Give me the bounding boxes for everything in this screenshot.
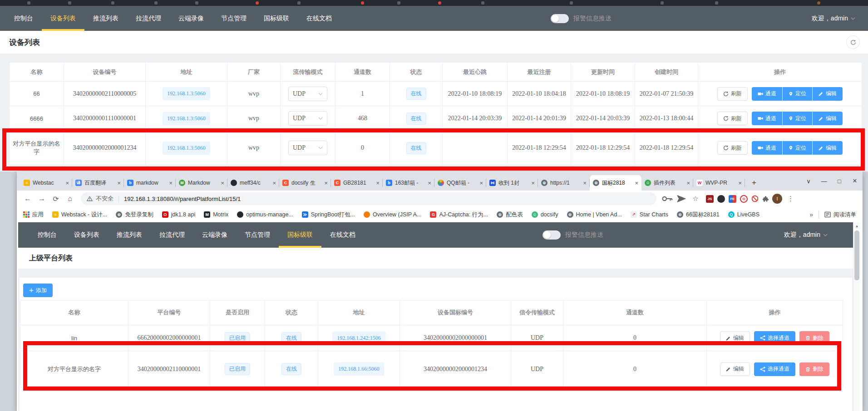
tab-close-icon[interactable]: × <box>65 180 69 186</box>
edit-device-button[interactable]: 编辑 <box>813 141 843 155</box>
bookmark-item[interactable]: ⊕66国标28181 <box>677 211 720 219</box>
channels-button[interactable]: 通道 <box>752 141 782 155</box>
locate-button[interactable]: 定位 <box>783 87 812 101</box>
browser-tab[interactable]: 译百度翻译× <box>72 175 124 191</box>
browser-tab[interactable]: bmarkdow× <box>124 175 176 191</box>
minimize-button[interactable]: — <box>816 171 832 191</box>
browser-tab[interactable]: Cdocsify 生× <box>279 175 331 191</box>
js-extension-icon[interactable]: JS <box>706 195 714 203</box>
welcome-user-menu[interactable]: 欢迎，admin <box>784 231 828 239</box>
nav-item-节点管理[interactable]: 节点管理 <box>212 6 255 31</box>
device-address-pill[interactable]: 192.168.1.3:5060 <box>163 87 210 100</box>
locate-button[interactable]: 定位 <box>783 141 812 155</box>
nav-item-设备列表[interactable]: 设备列表 <box>42 6 84 31</box>
nav-item-节点管理[interactable]: 节点管理 <box>236 222 279 248</box>
tab-close-icon[interactable]: × <box>376 180 380 186</box>
bookmark-item[interactable]: GAJ-Captcha: 行为... <box>430 211 488 219</box>
stream-mode-select[interactable]: UDP <box>288 111 327 126</box>
tab-close-icon[interactable]: × <box>738 180 742 186</box>
tab-close-icon[interactable]: × <box>221 180 224 186</box>
maximize-button[interactable]: □ <box>832 171 847 191</box>
address-bar[interactable]: 不安全 192.168.1.3:18080/#/parentPlatformLi… <box>81 192 656 205</box>
nav-item-控制台[interactable]: 控制台 <box>5 6 42 31</box>
device-address-pill[interactable]: 192.168.1.3:5060 <box>163 112 210 125</box>
edit-platform-button[interactable]: 编辑 <box>720 362 750 376</box>
tab-close-icon[interactable]: × <box>117 180 121 186</box>
alarm-push-toggle[interactable] <box>542 230 561 240</box>
key-icon[interactable] <box>662 193 673 204</box>
nav-item-国标级联[interactable]: 国标级联 <box>279 222 321 248</box>
bookmark-star-icon[interactable]: ☆ <box>690 193 701 204</box>
tab-close-icon[interactable]: × <box>583 180 587 186</box>
bookmark-item[interactable]: optimus-manage... <box>237 211 293 218</box>
bookmark-item[interactable]: ⊕配色表 <box>497 211 523 219</box>
bookmark-item[interactable]: ⊕Home | Vben Ad... <box>567 211 622 218</box>
browser-tab[interactable]: QQ邮箱 -× <box>434 175 486 191</box>
nav-item-在线文档[interactable]: 在线文档 <box>298 6 340 31</box>
bookmark-item[interactable]: 应用 <box>23 211 44 219</box>
onetab-extension-icon[interactable]: O <box>740 195 748 203</box>
edit-device-button[interactable]: 编辑 <box>813 112 843 125</box>
add-platform-button[interactable]: 添加 <box>23 284 53 297</box>
alarm-push-toggle[interactable] <box>551 14 569 23</box>
tab-close-icon[interactable]: × <box>686 180 690 186</box>
bookmark-item[interactable]: ≡Webstack - 设计... <box>52 211 107 219</box>
bookmark-item[interactable]: ☺docsify <box>532 211 558 218</box>
tab-search-button[interactable]: ∨ <box>801 171 816 191</box>
delete-platform-button[interactable]: 删除 <box>799 362 829 376</box>
delete-platform-button[interactable]: 删除 <box>799 331 829 345</box>
bookmark-item[interactable]: Overview (JSIP A... <box>364 211 421 218</box>
home-button[interactable]: ⌂ <box>64 193 75 204</box>
edit-platform-button[interactable]: 编辑 <box>720 331 750 345</box>
tab-close-icon[interactable]: × <box>531 180 535 186</box>
browser-tab[interactable]: ☺插件列表× <box>641 175 693 191</box>
refresh-device-button[interactable]: 刷新 <box>717 87 748 101</box>
locate-button[interactable]: 定位 <box>783 112 812 125</box>
back-button[interactable]: ← <box>22 193 33 204</box>
bookmark-item[interactable]: QLiveGBS <box>728 211 760 218</box>
tab-close-icon[interactable]: × <box>635 180 638 186</box>
browser-tab[interactable]: CGB28181× <box>331 175 383 191</box>
browser-tab[interactable]: ⋈收到 1封× <box>486 175 538 191</box>
new-tab-button[interactable]: + <box>748 176 760 189</box>
browser-tab[interactable]: MMarkdow× <box>176 175 227 191</box>
bookmark-item[interactable]: ⊕免登录复制 <box>116 211 153 219</box>
nav-item-在线文档[interactable]: 在线文档 <box>321 222 364 248</box>
bookmarks-overflow-chevron[interactable]: » <box>809 211 813 218</box>
fe-extension-icon[interactable]: FE <box>729 195 736 203</box>
blocked-icon[interactable] <box>751 195 759 202</box>
page-scrollbar[interactable]: ▲ <box>853 222 860 411</box>
bookmark-item[interactable]: Ojdk1.8 api <box>162 211 196 218</box>
browser-tab[interactable]: WWVP-PR× <box>693 175 745 191</box>
bookmark-item[interactable]: MMotrix <box>204 211 228 218</box>
browser-menu-icon[interactable]: ⋮ <box>785 195 796 203</box>
ninja-extension-icon[interactable] <box>717 195 725 203</box>
nav-item-云端录像[interactable]: 云端录像 <box>193 222 236 248</box>
scrollbar-thumb[interactable] <box>854 230 859 280</box>
select-channels-button[interactable]: 选择通道 <box>754 362 795 376</box>
nav-item-推流列表[interactable]: 推流列表 <box>108 222 151 248</box>
nav-item-拉流代理[interactable]: 拉流代理 <box>127 6 170 31</box>
nav-item-推流列表[interactable]: 推流列表 <box>84 6 127 31</box>
bookmark-item[interactable]: ↗Star Charts <box>631 211 668 218</box>
platform-address-pill[interactable]: 192.168.1.242:1506 <box>332 332 385 345</box>
nav-item-控制台[interactable]: 控制台 <box>29 222 65 248</box>
device-address-pill[interactable]: 192.168.1.3:5060 <box>163 142 210 155</box>
nav-item-设备列表[interactable]: 设备列表 <box>65 222 108 248</box>
browser-tab[interactable]: ≡Webstac× <box>20 175 72 191</box>
channels-button[interactable]: 通道 <box>752 87 782 101</box>
puzzle-extensions-icon[interactable] <box>762 196 769 202</box>
welcome-user-menu[interactable]: 欢迎，admin <box>812 15 855 23</box>
reading-list-button[interactable]: 阅读清单 <box>824 211 856 219</box>
browser-tab[interactable]: meff34/c× <box>227 175 279 191</box>
browser-tab[interactable]: ⊕国标2818× <box>590 175 641 191</box>
browser-tab[interactable]: ⊕https://1× <box>538 175 590 191</box>
profile-avatar[interactable]: I <box>772 194 782 204</box>
edit-device-button[interactable]: 编辑 <box>813 87 843 101</box>
tab-close-icon[interactable]: × <box>428 180 431 186</box>
scroll-up-arrow-icon[interactable]: ▲ <box>853 222 860 228</box>
select-channels-button[interactable]: 选择通道 <box>754 331 795 345</box>
tab-close-icon[interactable]: × <box>324 180 328 186</box>
refresh-device-button[interactable]: 刷新 <box>717 112 748 125</box>
close-window-button[interactable]: × <box>847 171 863 191</box>
